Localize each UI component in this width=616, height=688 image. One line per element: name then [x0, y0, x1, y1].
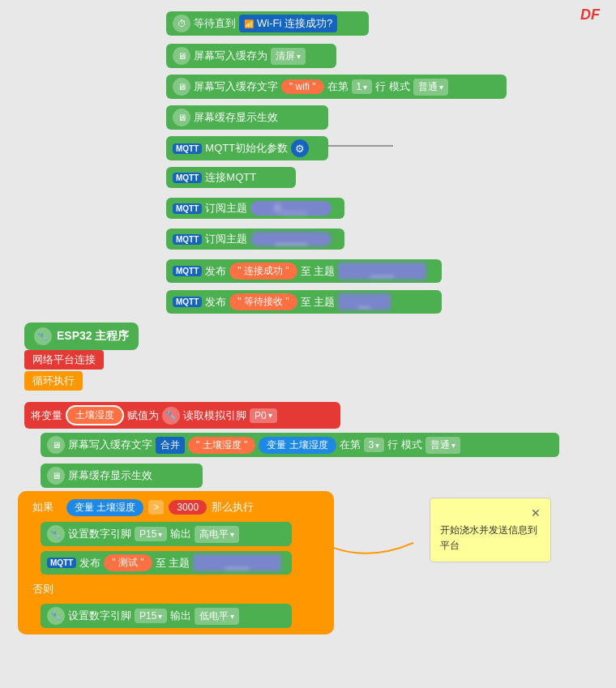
mode-output-low: 输出 — [170, 609, 191, 623]
set-pin-high-label: 设置数字引脚 — [68, 527, 131, 541]
screen-write2-label: 屏幕写入缓存文字 — [68, 438, 152, 452]
publish-test-dest: 至 主题 — [156, 556, 190, 570]
publish-test-value: " 测试 " — [104, 554, 152, 571]
if-else-wrapper: 如果 变量 土壤湿度 > 3000 那么执行 🔧 设置数字引脚 P15 输出 高… — [18, 491, 334, 635]
screen-show2-label: 屏幕缓存显示生效 — [68, 468, 152, 483]
mqtt-connect-block: MQTT 连接MQTT — [166, 167, 296, 188]
mqtt-badge-sub2: MQTT — [173, 234, 202, 245]
mqtt-badge-test: MQTT — [47, 558, 76, 568]
screen-write2-prefix: 在第 — [340, 438, 361, 452]
publish2-dest: 至 主题 — [301, 295, 336, 310]
mqtt-connect-label: 连接MQTT — [205, 170, 256, 185]
op-label: > — [148, 500, 164, 515]
else-label: 否则 — [24, 579, 327, 599]
mode-dropdown[interactable]: 普通 — [413, 79, 448, 96]
wait-wifi-block: ⏱ 等待直到 📶 Wi-Fi 连接成功? — [166, 11, 369, 36]
note-box: ✕ 开始浇水并发送信息到平台 — [430, 498, 551, 562]
assign-soil-block: 将变量 土壤湿度 赋值为 🔧 读取模拟引脚 P0 — [24, 402, 340, 429]
screen-show-block: 🖥 屏幕缓存显示生效 — [166, 105, 328, 130]
screen-write-label: 屏幕写入缓存文字 — [194, 79, 278, 94]
mqtt-badge-connect: MQTT — [173, 173, 202, 183]
row2-dropdown[interactable]: 3 — [364, 438, 385, 452]
connector-line-1 — [328, 145, 393, 147]
publish2-label: 发布 — [205, 295, 226, 310]
screen-clear-icon: 🖥 — [173, 47, 190, 65]
subscribe1-topic: Il_____ — [250, 201, 331, 216]
subscribe1-block: MQTT 订阅主题 Il_____ — [166, 198, 344, 219]
screen-write-value: " wifi " — [281, 79, 324, 94]
loop-label: 循环执行 — [24, 371, 83, 391]
screen-write-block: 🖥 屏幕写入缓存文字 " wifi " 在第 1 行 模式 普通 — [166, 75, 507, 99]
main-program-block: 🔧 ESP32 主程序 — [24, 323, 139, 350]
main-label: ESP32 主程序 — [57, 329, 129, 344]
screen-clear-block: 🖥 屏幕写入缓存为 清屏 — [166, 44, 336, 68]
publish-test-block: MQTT 发布 " 测试 " 至 主题 ____ — [41, 551, 292, 575]
publish1-dest: 至 主题 — [301, 264, 336, 279]
if-header: 如果 变量 土壤湿度 > 3000 那么执行 — [24, 498, 327, 517]
else-section: 否则 — [24, 579, 327, 599]
publish1-label: 发布 — [205, 264, 226, 279]
publish-test-label: 发布 — [79, 556, 101, 570]
pin-dropdown[interactable]: P0 — [250, 408, 277, 423]
assign-prefix: 将变量 — [31, 408, 62, 423]
publish-test-topic: ____ — [193, 554, 281, 571]
subscribe2-label: 订阅主题 — [205, 232, 247, 246]
level-low-dropdown[interactable]: 低电平 — [195, 608, 239, 625]
subscribe2-topic: ______ — [250, 232, 332, 246]
mqtt-init-block: MQTT MQTT初始化参数 ⚙ — [166, 136, 328, 160]
soil-var-pill: 土壤湿度 — [66, 405, 124, 425]
subscribe1-label: 订阅主题 — [205, 201, 247, 216]
soil-var-if: 变量 土壤湿度 — [66, 499, 143, 516]
wait-icon: ⏱ — [173, 15, 190, 32]
pin-high-dropdown[interactable]: P15 — [135, 527, 167, 541]
set-pin-high-icon: 🔧 — [47, 525, 65, 543]
set-pin-low-block: 🔧 设置数字引脚 P15 输出 低电平 — [41, 604, 292, 628]
mqtt-badge-pub1: MQTT — [173, 266, 202, 276]
set-pin-low-icon: 🔧 — [47, 607, 65, 625]
screen-write2-block: 🖥 屏幕写入缓存文字 合并 " 土壤湿度 " 变量 土壤湿度 在第 3 行 模式… — [41, 433, 559, 457]
assign-label: 赋值为 — [127, 408, 159, 423]
main-icon: 🔧 — [34, 327, 52, 345]
row-dropdown[interactable]: 1 — [352, 79, 373, 94]
then-label: 那么执行 — [212, 500, 254, 515]
value-3000: 3000 — [169, 500, 207, 515]
wifi-badge: 📶 Wi-Fi 连接成功? — [239, 15, 337, 32]
wifi-text: Wi-Fi 连接成功? — [257, 16, 332, 31]
pin-low-dropdown[interactable]: P15 — [135, 609, 167, 623]
screen-clear-label: 屏幕写入缓存为 — [194, 49, 267, 63]
wait-label: 等待直到 — [194, 16, 236, 31]
mode-label: 行 模式 — [375, 79, 410, 94]
publish1-block: MQTT 发布 " 连接成功 " 至 主题 ____ — [166, 259, 442, 283]
set-pin-low-label: 设置数字引脚 — [68, 609, 131, 623]
screen-write-icon: 🖥 — [173, 78, 190, 96]
screen-show2-block: 🖥 屏幕缓存显示生效 — [41, 464, 203, 488]
publish2-block: MQTT 发布 " 等待接收 " 至 主题 __ — [166, 290, 442, 314]
level-high-dropdown[interactable]: 高电平 — [195, 526, 239, 543]
soil-var-val: 变量 土壤湿度 — [259, 437, 336, 454]
mode-output-high: 输出 — [170, 527, 191, 541]
mqtt-gear-btn[interactable]: ⚙ — [291, 139, 309, 157]
publish2-value: " 等待接收 " — [229, 293, 297, 310]
mqtt-init-label: MQTT初始化参数 — [205, 141, 288, 156]
publish1-topic: ____ — [338, 263, 426, 280]
network-connect-label: 网络平台连接 — [24, 350, 104, 370]
read-label: 读取模拟引脚 — [183, 408, 246, 423]
note-text: 开始浇水并发送信息到平台 — [440, 523, 541, 553]
note-header: ✕ — [440, 506, 541, 519]
screen-show-icon: 🖥 — [173, 109, 190, 126]
subscribe2-block: MQTT 订阅主题 ______ — [166, 229, 344, 250]
screen-write-prefix: 在第 — [327, 79, 349, 94]
mode2-label: 行 模式 — [387, 438, 422, 452]
set-pin-high-block: 🔧 设置数字引脚 P15 输出 高电平 — [41, 522, 292, 546]
screen-clear-dropdown[interactable]: 清屏 — [271, 48, 306, 65]
note-close-btn[interactable]: ✕ — [531, 506, 541, 519]
screen-show-label: 屏幕缓存显示生效 — [194, 110, 278, 125]
merge-badge: 合并 — [156, 437, 185, 454]
soil-str-val: " 土壤湿度 " — [188, 437, 255, 454]
publish2-topic: __ — [338, 293, 390, 310]
mqtt-badge-sub1: MQTT — [173, 203, 202, 214]
publish1-value: " 连接成功 " — [229, 263, 297, 280]
screen-show2-icon: 🖥 — [47, 467, 65, 485]
mode2-dropdown[interactable]: 普通 — [426, 437, 460, 454]
mqtt-badge-init: MQTT — [173, 143, 202, 154]
